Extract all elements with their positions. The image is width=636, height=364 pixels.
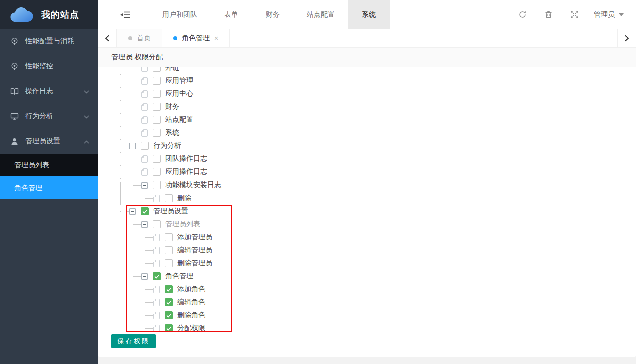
tree-node-label[interactable]: 添加管理员 (177, 233, 212, 242)
sidebar-item-label: 操作日志 (25, 87, 84, 96)
tree-checkbox[interactable] (165, 246, 173, 254)
monitor-icon (10, 112, 19, 121)
tree-node-label[interactable]: 财务 (165, 102, 179, 111)
tree-checkbox[interactable] (153, 168, 161, 176)
tree-node-label[interactable]: 管理员设置 (153, 207, 188, 216)
nav-item[interactable]: 财务 (252, 0, 293, 29)
header-toolbar (518, 10, 579, 19)
tree-node-label[interactable]: 角色管理 (165, 272, 193, 281)
tree-checkbox[interactable] (141, 142, 149, 150)
tree-node-label[interactable]: 行为分析 (153, 141, 181, 150)
tree-checkbox[interactable] (165, 259, 173, 267)
tree-node-label[interactable]: 管理员列表 (165, 220, 200, 229)
tree-checkbox[interactable] (153, 272, 161, 280)
tree-connector (117, 257, 129, 270)
tree-node-label[interactable]: 系统 (165, 128, 179, 137)
tree-node-label[interactable]: 应用中心 (165, 89, 193, 98)
tree-checkbox[interactable] (141, 207, 149, 215)
tree-row: 分配权限 (117, 322, 221, 335)
tree-connector (117, 231, 129, 244)
collapse-toggle-icon[interactable] (141, 273, 148, 280)
sidebar-submenu: 管理员列表角色管理 (0, 154, 98, 199)
collapse-toggle-icon[interactable] (129, 208, 136, 215)
file-icon (153, 312, 160, 319)
tree-checkbox[interactable] (153, 181, 161, 189)
user-dropdown[interactable]: 管理员 (594, 10, 624, 19)
tree-node-label[interactable]: 删除 (177, 194, 191, 203)
tree-node-label[interactable]: 删除管理员 (177, 259, 212, 268)
tree-checkbox[interactable] (165, 298, 173, 306)
nav-item[interactable]: 站点配置 (293, 0, 348, 29)
file-icon (153, 195, 160, 202)
tab-scroll-right-icon[interactable] (617, 29, 636, 47)
sidebar-item[interactable]: 行为分析 (0, 104, 98, 129)
tree-checkbox[interactable] (153, 220, 161, 228)
tab-active[interactable]: 角色管理× (162, 29, 230, 47)
tree-row: 管理员列表 (117, 218, 221, 231)
tree-node-label[interactable]: 编辑管理员 (177, 246, 212, 255)
tree-node-label[interactable]: 添加角色 (177, 285, 205, 294)
sidebar-menu: 性能配置与消耗性能监控操作日志行为分析管理员设置 (0, 29, 98, 154)
tab-scroll-left-icon[interactable] (98, 29, 117, 47)
tree-node-label[interactable]: 团队操作日志 (165, 154, 207, 163)
refresh-icon[interactable] (518, 10, 527, 19)
sidebar-subitem[interactable]: 角色管理 (0, 176, 98, 199)
tree-connector (117, 205, 129, 218)
tree-node-label[interactable]: 删除角色 (177, 311, 205, 320)
tree-node-label[interactable]: 应用管理 (165, 76, 193, 85)
sidebar-item[interactable]: 操作日志 (0, 79, 98, 104)
tree-checkbox[interactable] (153, 155, 161, 163)
trash-icon[interactable] (544, 10, 553, 19)
nav-item[interactable]: 用户和团队 (149, 0, 211, 29)
collapse-toggle-icon[interactable] (129, 143, 136, 149)
tree-checkbox[interactable] (153, 116, 161, 124)
app-logo[interactable]: 我的站点 (0, 0, 98, 29)
tree-node-label[interactable]: 功能模块安装日志 (165, 180, 221, 190)
tab-close-icon[interactable]: × (214, 35, 218, 42)
tree-node-label[interactable]: 编辑角色 (177, 298, 205, 307)
tree-checkbox[interactable] (153, 129, 161, 137)
tree-node-label[interactable]: 外链 (165, 67, 179, 72)
tree-checkbox[interactable] (165, 324, 173, 332)
sidebar-item[interactable]: 性能监控 (0, 54, 98, 79)
tree-connector (141, 296, 153, 309)
file-icon (153, 247, 160, 254)
nav-item[interactable]: 表单 (211, 0, 252, 29)
sidebar-item[interactable]: 性能配置与消耗 (0, 29, 98, 54)
tree-row: 系统 (117, 126, 221, 139)
fullscreen-icon[interactable] (570, 10, 579, 19)
tree-connector (129, 270, 141, 283)
tree-node-label[interactable]: 站点配置 (165, 115, 193, 124)
tree-checkbox[interactable] (153, 103, 161, 111)
tree-checkbox[interactable] (153, 67, 161, 72)
tab-status-dot (128, 36, 132, 40)
sidebar-subitem[interactable]: 管理员列表 (0, 154, 98, 176)
tab-item[interactable]: 首页 (117, 29, 162, 47)
collapse-toggle-icon[interactable] (141, 182, 148, 189)
tree-row: 编辑角色 (117, 296, 221, 309)
tree-connector (117, 165, 129, 178)
file-icon (141, 77, 148, 85)
main-area: 用户和团队表单财务站点配置系统 管理员 首页角色管理× 管理员 权限分配 外链应… (98, 0, 636, 364)
save-permissions-button[interactable]: 保存权限 (111, 334, 156, 348)
tab-label: 角色管理 (182, 34, 210, 43)
tab-bar: 首页角色管理× (98, 29, 636, 48)
collapse-toggle-icon[interactable] (141, 221, 148, 228)
collapse-sidebar-icon[interactable] (120, 11, 131, 19)
tree-checkbox[interactable] (153, 77, 161, 85)
tree-connector (129, 296, 141, 309)
file-icon (153, 325, 160, 332)
tree-checkbox[interactable] (165, 194, 173, 202)
tree-checkbox[interactable] (165, 233, 173, 241)
tree-connector (117, 270, 129, 283)
tree-checkbox[interactable] (165, 311, 173, 319)
file-icon (153, 299, 160, 306)
tree-connector (129, 218, 141, 231)
tree-checkbox[interactable] (153, 90, 161, 98)
tree-node-label[interactable]: 应用操作日志 (165, 167, 207, 176)
sidebar-item[interactable]: 管理员设置 (0, 129, 98, 154)
tree-node-label[interactable]: 分配权限 (177, 324, 205, 333)
tree-connector (117, 192, 129, 205)
nav-item[interactable]: 系统 (348, 0, 390, 29)
tree-checkbox[interactable] (165, 285, 173, 293)
